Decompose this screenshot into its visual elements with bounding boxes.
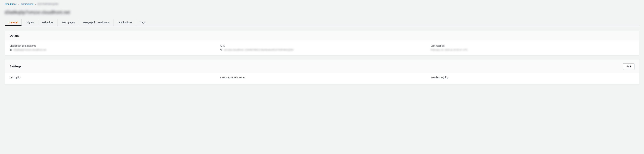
copy-icon[interactable] (220, 49, 223, 51)
tab-tags[interactable]: Tags (136, 19, 150, 26)
tab-error-pages[interactable]: Error pages (58, 19, 79, 26)
tab-geographic-restrictions[interactable]: Geographic restrictions (79, 19, 114, 26)
last-modified-label: Last modified (431, 44, 634, 47)
distribution-domain-value: d3a8kq0p7vmzxr.cloudfront.net (14, 49, 46, 51)
alternate-domain-names-label: Alternate domain names (220, 76, 424, 79)
arn-value: arn:aws:cloudfront::123456789012:distrib… (224, 49, 294, 51)
page-title: d3a8kq0p7vmzxr.cloudfront.net (5, 10, 70, 15)
tab-behaviors[interactable]: Behaviors (38, 19, 58, 26)
breadcrumb-root-link[interactable]: CloudFront (5, 3, 16, 5)
tab-invalidations[interactable]: Invalidations (114, 19, 136, 26)
standard-logging-label: Standard logging (431, 76, 634, 79)
tab-origins[interactable]: Origins (22, 19, 38, 26)
last-modified-value: February 14, 2024 at 10:32:47 UTC (431, 49, 468, 51)
edit-button[interactable]: Edit (623, 64, 634, 69)
chevron-right-icon: › (35, 3, 36, 5)
breadcrumb: CloudFront › Distributions › E2X7K9P4M1Q… (5, 3, 639, 5)
svg-rect-1 (221, 49, 222, 51)
distribution-domain-label: Distribution domain name (10, 44, 213, 47)
svg-rect-0 (10, 49, 12, 51)
copy-icon[interactable] (10, 49, 12, 51)
details-panel-title: Details (10, 34, 20, 38)
breadcrumb-distributions-link[interactable]: Distributions (20, 3, 33, 5)
settings-panel: Settings Edit Description Alternate doma… (5, 60, 639, 84)
description-label: Description (10, 76, 213, 79)
details-panel: Details Distribution domain name d3a8kq0… (5, 31, 639, 55)
breadcrumb-current: E2X7K9P4M1QZ8V (38, 3, 58, 5)
settings-panel-header: Settings Edit (5, 60, 639, 73)
details-panel-header: Details (5, 31, 639, 41)
arn-label: ARN (220, 44, 424, 47)
settings-panel-title: Settings (10, 65, 22, 68)
chevron-right-icon: › (18, 3, 19, 5)
tabs: General Origins Behaviors Error pages Ge… (5, 19, 639, 26)
tab-general[interactable]: General (5, 19, 22, 26)
